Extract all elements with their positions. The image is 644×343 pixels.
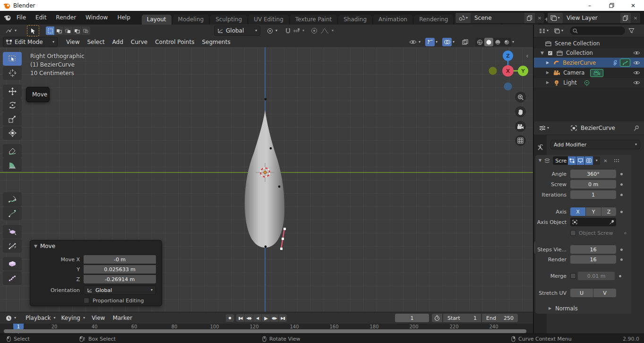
gizmos-toggle[interactable]	[425, 38, 435, 46]
next-keyframe-button[interactable]: ◆▶	[270, 314, 278, 322]
menu-window[interactable]: Window	[81, 11, 112, 25]
scene-browse-button[interactable]: ▾	[455, 13, 471, 23]
animate-dot[interactable]	[620, 249, 623, 251]
tab-layout[interactable]: Layout	[142, 15, 172, 25]
orientation-dropdown[interactable]: Global ▾	[214, 26, 260, 36]
viewport-menu-add[interactable]: Add	[109, 39, 127, 45]
viewport-menu-view[interactable]: View	[62, 39, 83, 45]
stretch-v-button[interactable]: V	[593, 289, 616, 297]
add-modifier-dropdown[interactable]: Add Modifier ▾	[550, 140, 640, 149]
select-mode-set-button[interactable]	[46, 26, 54, 35]
timeline-view-menu[interactable]: View	[88, 315, 109, 321]
blender-menu-logo-icon[interactable]	[3, 14, 12, 22]
start-frame-field[interactable]: Start 1	[443, 314, 481, 322]
timeline-editor-type-button[interactable]: ▾	[3, 313, 19, 323]
animate-dot[interactable]	[620, 194, 623, 196]
row-camera[interactable]: ▶ Camera	[534, 68, 644, 77]
object-screw-checkbox[interactable]	[570, 230, 576, 236]
tool-extrude[interactable]	[3, 206, 22, 220]
outliner-search[interactable]	[570, 26, 625, 35]
eyedropper-icon[interactable]	[609, 220, 614, 225]
keying-menu[interactable]: Keying ▾	[59, 313, 88, 323]
select-mode-extend-button[interactable]	[55, 26, 63, 35]
proportional-editing-checkbox[interactable]	[84, 298, 89, 303]
select-mode-subtract-button[interactable]	[64, 26, 72, 35]
tab-animation[interactable]: Animation	[373, 15, 412, 25]
display-realtime-toggle[interactable]	[576, 156, 584, 165]
row-collection[interactable]: ▼ ✓ Collection	[534, 48, 644, 58]
tool-radius[interactable]	[3, 225, 22, 239]
light-data-icon[interactable]	[584, 80, 590, 86]
tab-tool[interactable]	[534, 141, 547, 154]
falloff-curve-icon[interactable]	[320, 28, 329, 34]
current-frame-field[interactable]: 1	[395, 314, 429, 322]
tool-draw[interactable]	[3, 192, 22, 206]
viewport-menu-control-points[interactable]: Control Points	[151, 39, 198, 45]
merge-checkbox[interactable]	[570, 273, 576, 279]
animate-dot[interactable]	[620, 211, 623, 213]
tab-texture-paint[interactable]: Texture Paint	[290, 15, 337, 25]
jump-to-end-button[interactable]: ▶▮	[279, 314, 287, 322]
angle-field[interactable]: 360°	[570, 170, 616, 178]
active-tool-button[interactable]	[27, 25, 39, 36]
modifier-name-field[interactable]: Scre	[555, 158, 567, 164]
tool-randomize[interactable]	[3, 271, 22, 285]
tool-tilt[interactable]	[3, 239, 22, 253]
menu-render[interactable]: Render	[51, 11, 81, 25]
timeline-marker-menu[interactable]: Marker	[109, 315, 136, 321]
navigation-gizmo[interactable]: Z Y X	[488, 51, 531, 93]
camera-view-control[interactable]	[515, 121, 526, 132]
perspective-toggle-control[interactable]	[515, 135, 526, 146]
move-z-field[interactable]: -0.26914 m	[84, 275, 156, 283]
tool-move[interactable]	[3, 85, 22, 98]
outliner-display-mode-button[interactable]: ▾	[536, 26, 551, 35]
scene-new-button[interactable]	[524, 13, 535, 23]
shading-rendered-button[interactable]	[502, 38, 511, 46]
record-button[interactable]: ●	[226, 314, 234, 322]
animate-dot[interactable]	[619, 275, 621, 277]
animate-dot[interactable]	[620, 258, 623, 261]
tool-cursor[interactable]	[3, 66, 22, 80]
tool-select-box[interactable]	[3, 52, 22, 66]
end-frame-field[interactable]: End 250	[482, 314, 518, 322]
pivot-point-dropdown[interactable]: ▾	[264, 26, 280, 35]
xray-toggle[interactable]	[460, 38, 470, 46]
viewport-menu-select[interactable]: Select	[83, 39, 108, 45]
move-x-field[interactable]: -0 m	[84, 255, 156, 264]
snap-mode-icon[interactable]	[293, 28, 301, 34]
move-y-field[interactable]: 0.025633 m	[84, 265, 156, 274]
eye-icon[interactable]	[633, 51, 640, 55]
modifier-extras-dropdown[interactable]: ▾	[593, 156, 600, 165]
outliner-filter-mode-button[interactable]: ▾	[551, 26, 566, 35]
chevron-down-icon[interactable]: ▾	[419, 40, 421, 44]
eye-icon[interactable]	[633, 80, 640, 85]
close-button[interactable]: ✕	[622, 0, 644, 11]
shading-solid-button[interactable]	[484, 38, 493, 46]
camera-data-badge[interactable]	[590, 69, 603, 77]
pin-icon[interactable]	[634, 125, 639, 131]
display-render-toggle[interactable]	[585, 156, 593, 165]
animate-dot[interactable]	[620, 183, 623, 186]
merge-distance-field[interactable]: 0.01 m	[578, 272, 615, 280]
play-button[interactable]: ▶	[262, 314, 270, 322]
tool-annotate[interactable]	[3, 144, 22, 158]
pan-control[interactable]	[515, 106, 526, 117]
tool-measure[interactable]	[3, 158, 22, 172]
chevron-down-icon[interactable]: ▾	[453, 40, 455, 44]
view-layer-remove-button[interactable]: ✕	[631, 16, 640, 21]
chevron-down-icon[interactable]: ▾	[302, 29, 304, 33]
timeline-ruler[interactable]: 20 40 60 80 100 120 140 160 180 200 220 …	[0, 324, 533, 334]
tool-rotate[interactable]	[3, 98, 22, 112]
disclosure-open-icon[interactable]: ▼	[539, 159, 541, 163]
normals-subpanel-header[interactable]: ▶ Normals	[535, 304, 631, 313]
tool-shear[interactable]	[3, 257, 22, 271]
zoom-control[interactable]	[515, 92, 526, 103]
row-beziercurve[interactable]: ▶ BezierCurve	[534, 58, 644, 68]
snap-magnet-icon[interactable]	[285, 28, 291, 34]
proportional-edit-icon[interactable]	[311, 27, 318, 34]
disclosure-closed-icon[interactable]: ▶	[546, 61, 549, 65]
eye-icon[interactable]	[633, 60, 640, 65]
editor-type-button[interactable]: ▾	[3, 26, 19, 35]
playback-menu[interactable]: Playback ▾	[23, 313, 59, 323]
view-layer-browse-button[interactable]: ▾	[548, 13, 563, 23]
